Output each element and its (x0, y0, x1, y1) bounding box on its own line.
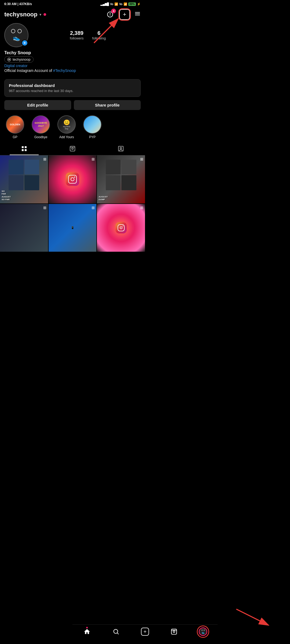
add-story-badge[interactable]: + (21, 40, 28, 46)
story-pyp-label: PYP (82, 135, 103, 139)
story-goodbye-text: GOODBYEJULY (35, 122, 47, 127)
following-label: following (92, 36, 106, 40)
instagram-logo-2 (115, 222, 127, 233)
story-pyp[interactable]: PYP (82, 115, 103, 139)
avatar-eyes (11, 29, 22, 33)
story-addyours-content: 😐 my bestDay (63, 119, 70, 130)
threads-button[interactable]: 4 (105, 10, 115, 19)
followers-stat[interactable]: 2,389 followers (70, 30, 84, 40)
post-item-3[interactable]: AUGUSTDUMP ⊞ (97, 155, 145, 203)
c3 (106, 175, 121, 190)
content-tabs (0, 142, 145, 155)
c1 (106, 160, 121, 174)
dashboard-title: Professional dashboard (9, 83, 136, 88)
bio-description: Official Instagram Account of #TechySnoo… (4, 68, 141, 73)
plus-icon: + (123, 12, 126, 17)
collage-1 (9, 160, 23, 174)
post-bg-6 (97, 204, 145, 252)
post4-reel-icon: ⊞ (43, 206, 46, 210)
threads-handle: techysnoop (13, 57, 31, 61)
face-icon: 😐 (63, 119, 70, 126)
display-name: Techy Snoop (4, 50, 141, 55)
following-stat[interactable]: 6 following (92, 30, 106, 40)
avatar-eye-right (17, 29, 22, 33)
ig-logo-inner (68, 175, 77, 184)
story-addyours-label: Add Yours (56, 135, 77, 139)
svg-rect-4 (70, 146, 75, 151)
threads-handle-badge[interactable]: techysnoop (4, 56, 34, 63)
post-item-1[interactable]: SOFARAUGUSTSO FAR ⊞ (0, 155, 48, 203)
post2-reel-icon: ⊞ (92, 157, 95, 161)
live-indicator (44, 13, 46, 16)
action-buttons: Edit profile Share profile (4, 100, 141, 110)
threads-badge-icon (7, 58, 11, 61)
tab-reels[interactable] (48, 142, 97, 155)
bio-section: Techy Snoop techysnoop Digital creator O… (4, 50, 141, 73)
story-thumb-addyours: 😐 my bestDay (57, 115, 76, 134)
dashboard-subtitle: 96T accounts reached in the last 30 days… (9, 89, 136, 93)
svg-point-5 (72, 148, 73, 149)
username-text[interactable]: techysnoop (4, 11, 37, 18)
header-left: techysnoop ▾ (4, 11, 46, 18)
post-item-4[interactable]: ⊞ (0, 204, 48, 252)
story-thumb-gp: GOLDEN (6, 115, 24, 134)
post-bg-5: 📱 (49, 204, 97, 252)
tab-tagged[interactable] (97, 142, 145, 155)
avatar-eye-left (11, 29, 15, 33)
avatar-shoes: 👟 (13, 34, 20, 41)
ig-logo-circle-2 (120, 226, 122, 229)
story-thumb-goodbye: GOODBYEJULY (32, 115, 50, 134)
story-goodbye[interactable]: GOODBYEJULY Goodbye (30, 115, 52, 139)
ig-logo-dot-2 (122, 226, 123, 226)
tagged-icon (118, 145, 124, 152)
wifi-icon2: 📶 (124, 2, 127, 6)
collage-2 (24, 160, 39, 174)
post-item-6[interactable]: ⊞ (97, 204, 145, 252)
post3-reel-icon: ⊞ (140, 157, 143, 161)
avatar-container[interactable]: 👟 + (4, 23, 28, 47)
post5-content: 📱 (70, 225, 75, 231)
vo-label: Vo (110, 3, 113, 6)
battery-indicator: 89% (128, 2, 136, 6)
ig-logo-dot (74, 177, 75, 178)
ig-logo-inner-2 (118, 224, 125, 231)
header-right: 4 + (105, 9, 141, 20)
post6-reel-icon: ⊞ (140, 206, 143, 210)
profile-section: 👟 + 2,389 followers 6 following Techy Sn… (0, 23, 145, 76)
page-wrapper: 6:30 AM | 437KB/s ▂▄▆█ Vo 📶 Vo 📶 89% ⚡ t… (0, 0, 145, 279)
post-bg-3: AUGUSTDUMP (97, 155, 145, 203)
professional-dashboard[interactable]: Professional dashboard 96T accounts reac… (4, 79, 141, 97)
followers-count: 2,389 (70, 30, 84, 36)
bio-hashtag[interactable]: #TechySnoop (53, 68, 76, 73)
story-addyours-text: my bestDay (63, 126, 70, 130)
collage-grid2 (106, 160, 136, 190)
dropdown-icon[interactable]: ▾ (39, 12, 41, 17)
post1-text: SOFARAUGUSTSO FAR (2, 190, 11, 201)
post-bg-2 (49, 155, 97, 203)
tab-grid[interactable] (0, 142, 48, 155)
status-bar: 6:30 AM | 437KB/s ▂▄▆█ Vo 📶 Vo 📶 89% ⚡ (0, 0, 145, 7)
status-time: 6:30 AM | 437KB/s (4, 2, 32, 6)
post1-reel-icon: ⊞ (43, 157, 46, 161)
share-profile-button[interactable]: Share profile (74, 100, 141, 110)
edit-profile-button[interactable]: Edit profile (4, 100, 71, 110)
post3-content: AUGUSTDUMP (97, 155, 145, 203)
header: techysnoop ▾ 4 + (0, 7, 145, 23)
collage-3 (9, 175, 23, 190)
collage-grid (9, 160, 39, 190)
signal-icon: ▂▄▆█ (100, 2, 109, 6)
profile-top: 👟 + 2,389 followers 6 following (4, 23, 141, 47)
story-gp[interactable]: GOLDEN GP (4, 115, 26, 139)
charging-icon: ⚡ (137, 2, 141, 6)
post-item-5[interactable]: 📱 ⊞ (49, 204, 97, 252)
post-item-2[interactable]: ⊞ (49, 155, 97, 203)
bottom-spacer (0, 252, 145, 279)
stories-row: GOLDEN GP GOODBYEJULY Goodbye 😐 my bestD… (4, 115, 141, 139)
story-addyours[interactable]: 😐 my bestDay Add Yours (56, 115, 77, 139)
svg-point-8 (120, 147, 122, 149)
menu-button[interactable] (134, 10, 141, 19)
new-post-button[interactable]: + (119, 9, 130, 20)
post5-reel-icon: ⊞ (92, 206, 95, 210)
following-count: 6 (92, 30, 106, 36)
svg-point-3 (9, 59, 10, 60)
